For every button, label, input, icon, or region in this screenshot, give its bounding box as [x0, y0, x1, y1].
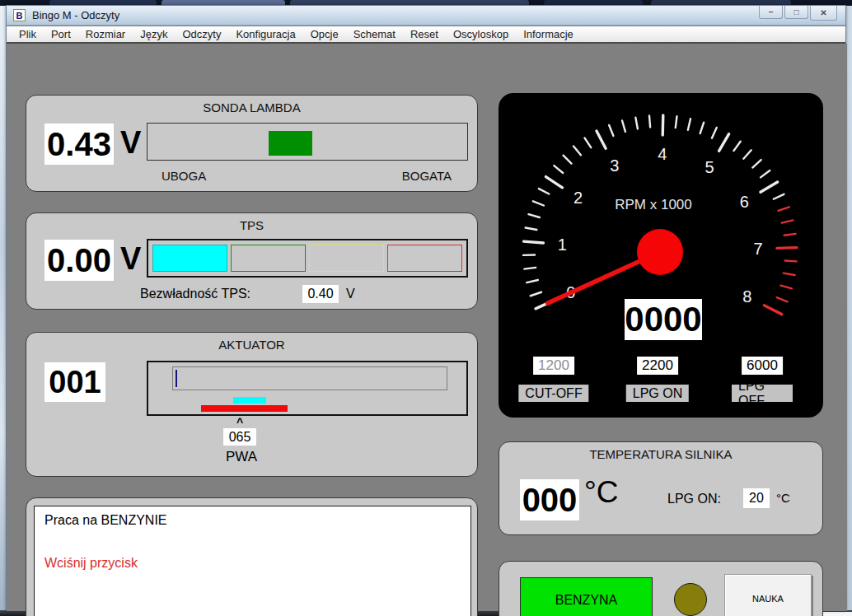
menubar: PlikPortRozmiarJęzykOdczytyKonfiguracjaO… [7, 26, 845, 44]
tps-bar [147, 239, 468, 278]
svg-text:7: 7 [753, 240, 762, 258]
svg-text:8: 8 [742, 287, 751, 306]
tps-segment-4 [387, 245, 462, 272]
lambda-scale-rich: BOGATA [402, 169, 452, 183]
app-window: B Bingo M - Odczyty –□✕ PlikPortRozmiarJ… [6, 5, 846, 610]
svg-text:6: 6 [740, 193, 749, 211]
temperature-panel: TEMPERATURA SILNIKA 000 °C LPG ON: 20 °C [499, 441, 823, 535]
actuator-value: 001 [44, 362, 105, 402]
window-controls: –□✕ [759, 6, 837, 21]
actuator-bar [172, 366, 447, 390]
lpg-on-temp-label: LPG ON: [667, 492, 721, 506]
menu-item-konfiguracja[interactable]: Konfiguracja [228, 26, 302, 42]
menu-item-port[interactable]: Port [44, 26, 78, 42]
lpg-on-temp-value[interactable]: 20 [743, 488, 770, 508]
fuel-button[interactable]: BENZYNA [520, 577, 653, 616]
svg-text:2: 2 [573, 189, 583, 207]
message-line-2: Wciśnij przycisk [44, 556, 461, 571]
tps-panel: TPS 0.00 V Bezwładność TPS: 0.40 V [26, 212, 478, 310]
message-panel: Praca na BENZYNIE Wciśnij przycisk [26, 497, 478, 616]
tps-value: 0.00 [44, 240, 114, 281]
titlebar[interactable]: B Bingo M - Odczyty –□✕ [7, 6, 845, 26]
svg-text:4: 4 [658, 145, 667, 163]
screen: B Bingo M - Odczyty –□✕ PlikPortRozmiarJ… [0, 0, 852, 616]
lpg-on-temp-unit: °C [776, 491, 790, 505]
client-area: SONDA LAMBDA 0.43 V UBOGA BOGATA TPS 0.0… [7, 44, 847, 611]
lambda-panel-title: SONDA LAMBDA [26, 100, 477, 114]
actuator-panel-title: AKTUATOR [26, 338, 477, 352]
menu-item-rozmiar[interactable]: Rozmiar [78, 26, 133, 42]
actuator-bar-frame [147, 361, 468, 416]
threshold-value-lpg-off[interactable]: 6000 [742, 357, 783, 375]
actuator-marker-cyan [233, 397, 266, 404]
tps-unit: V [120, 241, 141, 277]
threshold-value-cut-off[interactable]: 1200 [533, 357, 574, 375]
menu-item-odczyty[interactable]: Odczyty [175, 26, 228, 42]
threshold-value-lpg-on[interactable]: 2200 [637, 357, 678, 375]
message-line-1: Praca na BENZYNIE [44, 513, 461, 528]
lambda-panel: SONDA LAMBDA 0.43 V UBOGA BOGATA [26, 95, 478, 192]
rpm-display: 0000 [625, 299, 702, 340]
temperature-value: 000 [520, 479, 579, 520]
lambda-unit: V [120, 125, 141, 161]
menu-item-plik[interactable]: Plik [12, 26, 44, 42]
actuator-marker-red [201, 405, 288, 412]
svg-text:1: 1 [558, 236, 567, 254]
learn-button[interactable]: NAUKA [724, 574, 812, 616]
svg-text:5: 5 [705, 158, 714, 176]
rpm-gauge-panel: 012345678 RPM x 1000 0000 1200CUT-OFF220… [499, 93, 823, 418]
temperature-panel-title: TEMPERATURA SILNIKA [499, 447, 822, 461]
lambda-scale-lean: UBOGA [162, 169, 206, 183]
menu-item-schemat[interactable]: Schemat [346, 26, 403, 42]
tps-segment-1 [152, 245, 227, 272]
threshold-label-lpg-on: LPG ON [626, 385, 689, 402]
tps-inertia-label: Bezwładność TPS: [140, 287, 250, 301]
tps-inertia-unit: V [346, 287, 355, 301]
tps-inertia-value[interactable]: 0.40 [302, 285, 339, 303]
menu-item-informacje[interactable]: Informacje [516, 26, 581, 42]
actuator-panel: AKTUATOR 001 ^ 065 PWA [26, 332, 478, 477]
minimize-button[interactable]: – [759, 6, 783, 19]
background-left-strip [0, 6, 6, 616]
menu-item-opcje[interactable]: Opcje [303, 26, 346, 42]
actuator-cursor [176, 370, 177, 387]
lambda-indicator [269, 131, 312, 156]
menu-item-język[interactable]: Język [133, 26, 175, 42]
svg-text:3: 3 [610, 156, 619, 175]
tps-segment-2 [231, 245, 306, 272]
background-right-strip [846, 6, 852, 616]
tps-segment-3 [309, 245, 384, 272]
lambda-scale: UBOGA BOGATA [147, 169, 468, 183]
lambda-value: 0.43 [44, 124, 114, 165]
app-icon: B [13, 9, 26, 21]
tps-panel-title: TPS [26, 218, 477, 232]
menu-item-reset[interactable]: Reset [403, 26, 446, 42]
menu-item-oscyloskop[interactable]: Oscyloskop [446, 26, 516, 42]
actuator-position-label: PWA [226, 449, 257, 465]
rpm-gauge-label: RPM x 1000 [615, 197, 692, 213]
message-box: Praca na BENZYNIE Wciśnij przycisk [34, 506, 471, 616]
threshold-label-lpg-off: LPG OFF [732, 385, 793, 402]
threshold-label-cut-off: CUT-OFF [518, 385, 588, 402]
actuator-position-value: 065 [223, 428, 256, 446]
temperature-unit: °C [584, 475, 619, 510]
close-button[interactable]: ✕ [810, 6, 837, 21]
lambda-bar [147, 123, 468, 161]
window-title: Bingo M - Odczyty [32, 9, 119, 21]
status-led [674, 583, 707, 616]
control-panel: BENZYNA NAUKA [499, 561, 823, 616]
maximize-button[interactable]: □ [784, 6, 808, 19]
app-icon-letter: B [16, 11, 23, 21]
actuator-pointer-icon: ^ [236, 416, 243, 429]
